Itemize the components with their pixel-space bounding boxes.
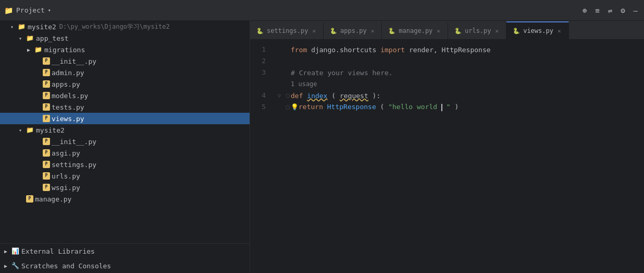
libraries-icon: 📊 [11,247,19,255]
line-num-3: 3 [254,67,266,78]
sidebar-item-init-py-2[interactable]: P __init__.py [0,136,250,147]
tab-urls-py[interactable]: 🐍 urls.py ✕ [448,22,506,39]
scratches-consoles-item[interactable]: ▶ 🔧 Scratches and Consoles [0,258,250,273]
project-label-text: Project [16,6,45,14]
line-num-1: 1 [254,44,266,55]
arrow-icon: ▶ [4,248,11,254]
tree-label: asgi.py [52,149,80,157]
folder-icon: 📁 [26,126,34,134]
sidebar-item-wsgi-py[interactable]: P wsgi.py [0,182,250,193]
sidebar-item-mysite2-root[interactable]: ▾ 📁 mysite2 D:\py_works\Django学习\mysite2 [0,21,250,32]
tree-label: tests.py [52,103,84,111]
tree-label: mysite2 [28,23,56,31]
tree-label: views.py [52,115,84,123]
tree-label: __init__.py [52,138,96,146]
sidebar-item-migrations[interactable]: ▶ 📁 migrations [0,44,250,55]
file-tree: ▾ 📁 mysite2 D:\py_works\Django学习\mysite2… [0,21,250,243]
tab-label: urls.py [465,27,491,34]
tree-label: settings.py [52,161,96,169]
tab-label: manage.py [399,27,432,34]
tab-python-icon: 🐍 [256,28,264,34]
main-area: ▾ 📁 mysite2 D:\py_works\Django学习\mysite2… [0,21,644,273]
code-content[interactable]: from django.shortcuts import render, Htt… [272,40,644,273]
tree-label: urls.py [52,172,80,180]
tree-label: apps.py [52,80,80,88]
sidebar-item-mysite2-inner[interactable]: ▾ 📁 mysite2 [0,124,250,136]
text-cursor [441,104,442,111]
scratches-icon: 🔧 [11,262,19,269]
breakpoint-4: ⬡ [284,93,291,99]
collapse-icon[interactable]: ⇌ [606,5,614,16]
tab-apps-py[interactable]: 🐍 apps.py ✕ [324,22,382,39]
line-num-2: 2 [254,55,266,67]
code-line-2 [272,55,644,67]
line-numbers: 1 2 3 4 5 [250,40,272,273]
code-line-1: from django.shortcuts import render, Htt… [272,44,644,55]
sidebar-item-models-py[interactable]: P models.py [0,90,250,101]
python-file-icon: P [26,195,33,203]
folder-icon: 📁 [26,34,34,42]
sidebar-item-init-py-1[interactable]: P __init__.py [0,55,250,67]
tab-close-icon[interactable]: ✕ [436,27,441,35]
tree-label: models.py [52,92,88,100]
line-num-3b [254,78,266,90]
breakpoint-5[interactable]: ⬡ [284,104,291,110]
code-line-3: # Create your views here. [272,67,644,78]
bulb-icon[interactable]: 💡 [291,103,299,111]
python-file-icon: P [43,172,50,180]
sidebar-item-settings-py[interactable]: P settings.py [0,159,250,170]
sidebar-item-views-py[interactable]: P views.py [0,113,250,124]
list-icon[interactable]: ≡ [593,5,601,16]
editor-area: 🐍 settings.py ✕ 🐍 apps.py ✕ 🐍 manage.py … [250,21,644,273]
external-libraries-label: External Libraries [21,247,95,255]
tab-label: apps.py [340,27,367,34]
tab-views-py[interactable]: 🐍 views.py ✕ [506,21,568,39]
settings-gear-icon[interactable]: ⚙ [618,5,627,16]
sidebar-item-apps-py[interactable]: P apps.py [0,78,250,90]
python-file-icon: P [43,80,50,88]
breakpoint-dot: ⬡ [286,104,290,110]
code-line-usage: 1 usage [272,78,644,90]
arrow-icon: ▾ [10,24,18,30]
tab-close-icon[interactable]: ✕ [494,27,500,35]
minimize-icon[interactable]: — [631,5,640,16]
line-marker: ⬡ [286,93,290,99]
code-text-4: def index ( request ): [291,92,380,100]
tree-label: wsgi.py [52,184,80,192]
code-text-5: return HttpResponse ( "hello world " ) [299,103,459,111]
tab-python-icon: 🐍 [388,28,395,34]
tree-label: migrations [44,46,85,54]
tab-python-icon: 🐍 [454,28,462,34]
python-file-icon: P [43,138,50,145]
sidebar-item-asgi-py[interactable]: P asgi.py [0,147,250,159]
tab-close-icon[interactable]: ✕ [311,27,317,35]
tab-close-icon[interactable]: ✕ [370,27,376,35]
tree-label: mysite2 [36,126,65,134]
arrow-icon: ▾ [19,35,26,41]
tab-close-icon[interactable]: ✕ [556,27,562,35]
arrow-icon: ▶ [27,47,34,53]
add-icon[interactable]: ⊕ [580,5,589,16]
code-editor[interactable]: 1 2 3 4 5 from django.shortcuts import r… [250,40,644,273]
code-line-5: ⬡ 💡 return HttpResponse ( "hello world "… [272,101,644,113]
sidebar-item-app-test[interactable]: ▾ 📁 app_test [0,32,250,44]
project-chevron-icon: ▾ [48,7,51,13]
sidebar-item-admin-py[interactable]: P admin.py [0,67,250,78]
python-file-icon: P [43,149,50,157]
python-file-icon: P [43,184,50,191]
code-text-2 [291,57,295,65]
tab-settings-py[interactable]: 🐍 settings.py ✕ [250,22,324,39]
python-file-icon: P [43,115,50,122]
sidebar-item-manage-py[interactable]: P manage.py [0,193,250,205]
gutter-4[interactable]: ▽ [274,93,284,99]
project-button[interactable]: 📁 Project ▾ [4,6,51,15]
tree-label: manage.py [35,195,71,203]
fold-icon[interactable]: ▽ [278,93,281,99]
tab-manage-py[interactable]: 🐍 manage.py ✕ [382,22,448,39]
python-file-icon: P [43,103,50,111]
sidebar-item-urls-py[interactable]: P urls.py [0,170,250,182]
folder-icon: 📁 [18,23,26,30]
code-text-3: # Create your views here. [291,69,393,77]
sidebar-item-tests-py[interactable]: P tests.py [0,101,250,113]
external-libraries-item[interactable]: ▶ 📊 External Libraries [0,244,250,258]
